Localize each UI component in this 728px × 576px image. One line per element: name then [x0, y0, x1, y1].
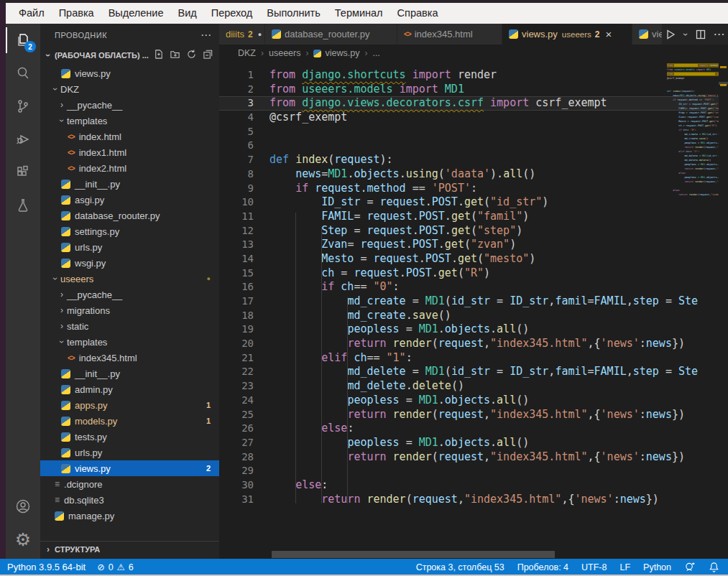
run-debug-icon[interactable] — [6, 123, 40, 156]
code-line[interactable]: 30 else: — [219, 478, 719, 493]
tree-item[interactable]: ≡db.sqlite3 — [40, 492, 219, 508]
collapse-folders-icon[interactable] — [203, 49, 213, 62]
code-line[interactable]: 8 news=MD1.objects.using('daata').all() — [219, 167, 719, 182]
line-number[interactable]: 8 — [219, 167, 254, 182]
explorer-icon[interactable]: 2 — [6, 24, 40, 57]
editor-tab[interactable]: views.pyuseeers2× — [502, 24, 632, 45]
account-icon[interactable] — [6, 490, 40, 523]
outline-section-header[interactable]: › СТРУКТУРА — [40, 541, 219, 557]
line-number[interactable]: 29 — [219, 464, 254, 478]
code-line[interactable]: 21 elif ch== "1": — [219, 351, 719, 366]
indentation[interactable]: Пробелов: 4 — [517, 562, 568, 572]
eol[interactable]: LF — [619, 562, 630, 572]
notifications-bell-icon[interactable] — [709, 562, 719, 572]
line-number[interactable]: 31 — [219, 493, 254, 507]
code-line[interactable]: 10 ID_str = request.POST.get("id_str") — [219, 195, 719, 210]
code-line[interactable]: 29 — [219, 464, 719, 478]
line-number[interactable]: 11 — [219, 210, 254, 224]
breadcrumb-item[interactable]: views.py — [313, 48, 359, 58]
tree-item[interactable]: ›__pycache__ — [40, 97, 219, 113]
line-number[interactable]: 5 — [219, 125, 254, 139]
search-icon[interactable] — [6, 57, 40, 90]
refresh-icon[interactable] — [186, 49, 197, 62]
tree-item[interactable]: <>index345.html — [40, 350, 219, 366]
run-dropdown-chevron-icon[interactable]: › — [677, 30, 694, 39]
line-number[interactable]: 4 — [219, 111, 254, 125]
code-line[interactable]: 1from django.shortcuts import render — [219, 68, 719, 83]
close-icon[interactable]: × — [605, 29, 612, 40]
line-number[interactable]: 3 — [219, 96, 254, 111]
tree-item[interactable]: <>index2.html — [40, 160, 219, 176]
problems-indicator[interactable]: ⊘ 0 ⚠ 6 — [97, 562, 134, 572]
menu-item[interactable]: Правка — [52, 3, 101, 24]
code-line[interactable]: 26 else: — [219, 422, 719, 436]
tree-item[interactable]: models.py1 — [40, 413, 219, 429]
language-mode[interactable]: Python — [643, 562, 671, 572]
settings-gear-icon[interactable]: ⚙ — [6, 523, 40, 556]
encoding[interactable]: UTF-8 — [581, 562, 607, 572]
editor-tab[interactable]: database_roouter.py — [265, 24, 397, 45]
code-line[interactable]: 25 return render(request,"index345.html"… — [219, 408, 719, 422]
tree-item[interactable]: wsgi.py — [40, 255, 219, 271]
line-number[interactable]: 6 — [219, 139, 254, 153]
editor-tab[interactable]: <>index345.html — [397, 24, 502, 45]
minimap[interactable]: from django.shortcuts import renderfrom … — [667, 63, 719, 207]
code-line[interactable]: 20 return render(request,"index345.html"… — [219, 337, 719, 351]
code-line[interactable]: 31 return render(request,"index345.html"… — [219, 493, 719, 507]
tree-item[interactable]: tests.py — [40, 429, 219, 445]
code-line[interactable]: 9 if request.method == 'POST': — [219, 182, 719, 196]
tree-item[interactable]: ›templates — [40, 113, 219, 129]
line-number[interactable]: 21 — [219, 351, 254, 366]
tree-item[interactable]: urls.py — [40, 239, 219, 255]
tree-item[interactable]: <>index.html — [40, 129, 219, 144]
code-editor[interactable]: 1from django.shortcuts import render2fro… — [219, 62, 719, 536]
tree-item[interactable]: apps.py1 — [40, 397, 219, 413]
menu-item[interactable]: Терминал — [328, 3, 390, 24]
code-line[interactable]: 11 FAMIL= request.POST.get("famil") — [219, 210, 719, 224]
tree-item[interactable]: __init__.py — [40, 176, 219, 192]
tree-item[interactable]: settings.py — [40, 223, 219, 239]
breadcrumb-item[interactable]: useeers — [269, 48, 300, 58]
breadcrumb-item[interactable]: DKZ — [238, 48, 256, 58]
tree-item[interactable]: urls.py — [40, 445, 219, 460]
line-number[interactable]: 1 — [219, 68, 254, 83]
line-number[interactable]: 2 — [219, 83, 254, 97]
line-number[interactable]: 12 — [219, 224, 254, 238]
tree-item[interactable]: __init__.py — [40, 366, 219, 381]
code-line[interactable]: 17 md_create = MD1(id_str = ID_str,famil… — [219, 294, 719, 309]
line-number[interactable]: 16 — [219, 280, 254, 294]
code-line[interactable]: 14 Mesto = request.POST.get("mesto") — [219, 252, 719, 266]
run-python-file-icon[interactable] — [663, 26, 678, 43]
explorer-more-actions-icon[interactable]: ⋯ — [201, 29, 212, 42]
tree-item[interactable]: ›static — [40, 318, 219, 334]
python-interpreter[interactable]: Python 3.9.5 64-bit — [7, 562, 86, 572]
tree-item[interactable]: admin.py — [40, 381, 219, 397]
menu-item[interactable]: Выделение — [101, 3, 171, 24]
code-line[interactable]: 27 peopless = MD1.objects.all() — [219, 436, 719, 450]
breadcrumb-item[interactable]: ... — [372, 48, 379, 58]
horizontal-scrollbar[interactable] — [272, 551, 555, 558]
workspace-section-header[interactable]: › (РАБОЧАЯ ОБЛАСТЬ) ... — [40, 47, 219, 64]
more-actions-icon[interactable]: ⋯ — [711, 26, 727, 43]
new-file-icon[interactable] — [153, 49, 164, 62]
tree-item[interactable]: ›__pycache__ — [40, 287, 219, 302]
tree-item[interactable]: asgi.py — [40, 192, 219, 208]
line-number[interactable]: 13 — [219, 238, 254, 252]
tree-item[interactable]: ›migrations — [40, 302, 219, 318]
line-number[interactable]: 26 — [219, 422, 254, 436]
editor-tab[interactable]: vie — [632, 24, 663, 45]
tree-item[interactable]: ≡.dcignore — [40, 476, 219, 492]
code-line[interactable]: 12 Step = request.POST.get("step") — [219, 224, 719, 238]
code-line[interactable]: 4@csrf_exempt — [219, 111, 719, 125]
line-number[interactable]: 14 — [219, 252, 254, 266]
line-number[interactable]: 18 — [219, 309, 254, 323]
line-number[interactable]: 20 — [219, 337, 254, 351]
code-line[interactable]: 7def index(request): — [219, 153, 719, 167]
line-number[interactable]: 9 — [219, 182, 254, 196]
line-number[interactable]: 7 — [219, 153, 254, 167]
source-control-icon[interactable] — [6, 90, 40, 123]
testing-icon[interactable] — [6, 189, 40, 222]
tree-item[interactable]: manage.py — [40, 508, 219, 524]
code-line[interactable]: 28 return render(request,"index345.html"… — [219, 450, 719, 465]
new-folder-icon[interactable] — [170, 49, 180, 62]
